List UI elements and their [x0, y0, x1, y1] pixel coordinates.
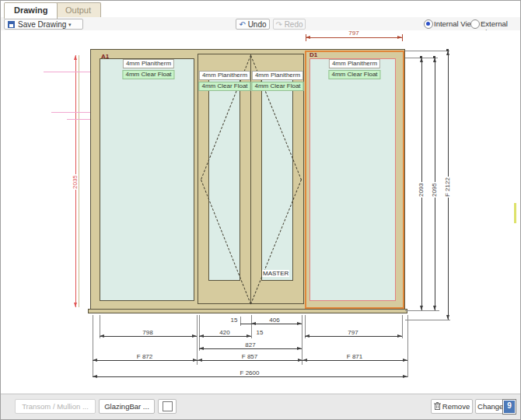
- pane-a1-glass[interactable]: [100, 58, 194, 301]
- bottom-extension-4: [199, 315, 200, 351]
- dim-label-row4-a: F 872: [135, 354, 154, 360]
- pane-a1-id: A1: [101, 54, 109, 60]
- dim-label-row2-c: 15: [255, 330, 265, 336]
- redo-label: Redo: [285, 20, 303, 29]
- dim-label-row4-c: F 871: [345, 354, 364, 360]
- dim-label-top-width: 797: [347, 30, 360, 37]
- a1-glazing-outer-label: 4mm Planitherm: [123, 59, 174, 68]
- save-icon: [8, 21, 15, 28]
- transom-mullion-button: Transom / Mullion ...: [15, 399, 96, 414]
- bottom-extension-9: [402, 315, 403, 338]
- dim-label-row5-a: F 2600: [239, 370, 261, 376]
- undo-button[interactable]: ↶ Undo: [236, 19, 270, 30]
- bottom-extension-1: [93, 315, 93, 377]
- tab-output[interactable]: Output: [55, 2, 101, 18]
- undo-icon: ↶: [239, 20, 245, 29]
- dim-label-row1-b: 406: [267, 317, 281, 324]
- d1-glazing-inner-label: 4mm Clear Float: [328, 70, 380, 79]
- dim-line-top-width: [306, 37, 402, 38]
- dim-label-right-2: 2095: [431, 182, 438, 198]
- canvas-edge-marker: [514, 203, 516, 223]
- sash-left-glass[interactable]: [208, 79, 240, 281]
- dim-label-row3-a: 827: [243, 342, 257, 348]
- bottom-extension-3: [197, 315, 198, 365]
- toolbar: Save Drawing ▾ ↶ Undo ↷ Redo Internal Vi…: [1, 17, 520, 31]
- right-extension-top-outer: [405, 51, 449, 51]
- dim-line-row4-b: [198, 360, 302, 361]
- faint-guide-line-3: [67, 119, 90, 120]
- dim-label-row2-b: 420: [218, 330, 231, 336]
- window-designer-app: Drawing Output Save Drawing ▾ ↶ Undo ↷ R…: [0, 0, 521, 420]
- bottom-extension-7: [302, 315, 302, 365]
- remove-label: Remove: [442, 402, 470, 411]
- right-extension-bottom-inner: [405, 310, 439, 311]
- right-extension-bottom-outer: [405, 320, 450, 320]
- dim-label-row1-a: 15: [229, 317, 240, 324]
- sash-right-glazing-outer-label: 4mm Planitherm: [252, 71, 303, 80]
- save-drawing-button[interactable]: Save Drawing ▾: [4, 19, 83, 30]
- tab-drawing[interactable]: Drawing: [4, 2, 58, 19]
- bottom-toolbar: Transom / Mullion ... GlazingBar ... Rem…: [1, 394, 521, 420]
- dim-line-row4-a: [93, 360, 198, 361]
- left-extension-line: [79, 55, 79, 307]
- glazing-bar-colour-button[interactable]: [158, 399, 177, 414]
- d1-glazing-outer-label: 4mm Planitherm: [329, 59, 380, 68]
- dim-line-row2-a: [100, 336, 197, 337]
- bottom-extension-5: [240, 317, 241, 326]
- dim-label-row2-a: 798: [141, 330, 154, 336]
- dim-tick-top-left: [306, 34, 306, 41]
- dim-line-row4-c: [302, 360, 407, 361]
- dim-line-row2-b: [199, 336, 251, 337]
- bottom-extension-10: [407, 315, 408, 377]
- external-view-radio[interactable]: [470, 19, 480, 29]
- dim-label-left-height: 2035: [72, 174, 79, 190]
- faint-guide-line-1: [44, 72, 90, 72]
- chevron-down-icon: ▾: [68, 22, 72, 27]
- trash-icon: [434, 402, 441, 410]
- dim-label-right-1: 2093: [418, 182, 425, 198]
- pane-d1-glass[interactable]: [309, 58, 396, 301]
- dim-line-row1-a: [240, 324, 251, 324]
- redo-icon: ↷: [275, 20, 281, 29]
- dim-label-row4-b: F 857: [240, 354, 259, 360]
- dim-tick-top-right: [402, 34, 403, 41]
- a1-glazing-inner-label: 4mm Clear Float: [122, 70, 174, 79]
- faint-guide-line-2: [51, 112, 90, 113]
- pane-d1-id: D1: [309, 52, 317, 58]
- master-sash-tag: MASTER: [262, 270, 289, 277]
- redo-button: ↷ Redo: [273, 19, 306, 30]
- dim-line-row5-a: [93, 376, 407, 377]
- glazing-bar-button[interactable]: GlazingBar ...: [99, 399, 155, 414]
- window-cill[interactable]: [88, 309, 407, 313]
- blue-square-button[interactable]: 9: [502, 399, 516, 415]
- sash-left-glazing-inner-label: 4mm Clear Float: [198, 82, 250, 91]
- sash-left-glazing-outer-label: 4mm Planitherm: [199, 71, 250, 80]
- dim-line-row2-d: [305, 336, 402, 337]
- dim-line-row3-a: [199, 348, 302, 349]
- dim-label-right-3: F 2122: [444, 177, 451, 198]
- colour-swatch-icon: [163, 401, 173, 411]
- remove-button[interactable]: Remove: [431, 399, 473, 414]
- sash-right-glass[interactable]: [261, 79, 293, 281]
- save-drawing-label: Save Drawing: [18, 20, 66, 29]
- sash-right-glazing-inner-label: 4mm Clear Float: [251, 82, 303, 91]
- bottom-extension-6: [251, 315, 252, 338]
- tab-bar: Drawing Output: [1, 1, 520, 18]
- internal-view-radio[interactable]: [424, 19, 433, 29]
- dim-label-row2-d: 797: [346, 330, 359, 336]
- glyph-9-icon: 9: [507, 401, 512, 410]
- undo-label: Undo: [248, 20, 267, 29]
- dim-line-row1-b: [251, 324, 302, 324]
- drawing-canvas[interactable]: A1 D1 MASTER 4mm Planitherm 4mm Clear Fl…: [1, 30, 521, 394]
